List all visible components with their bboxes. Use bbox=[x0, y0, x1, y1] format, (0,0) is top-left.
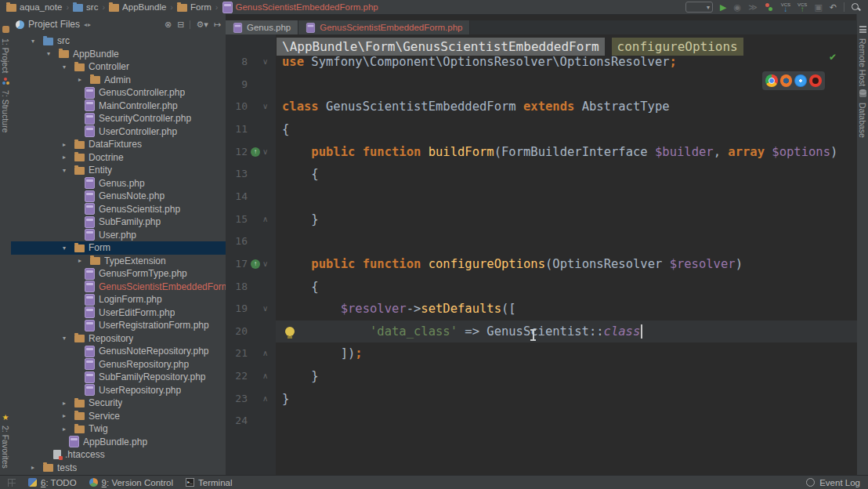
tree-item-appbundle[interactable]: ▾AppBundle bbox=[11, 48, 226, 61]
tree-item-service[interactable]: ▸Service bbox=[11, 410, 226, 423]
search-icon[interactable] bbox=[852, 3, 860, 12]
vcs-dialog-icon[interactable]: ▣ bbox=[814, 2, 822, 13]
chevron-right-icon[interactable]: ▸ bbox=[63, 154, 74, 161]
tree-item-genusscientist.php[interactable]: GenusScientist.php bbox=[11, 203, 226, 216]
chevron-right-icon[interactable]: ▸ bbox=[63, 412, 74, 419]
code-line-23[interactable]: } bbox=[276, 388, 857, 411]
chevron-down-icon[interactable]: ▾ bbox=[63, 244, 74, 252]
tree-item-tests[interactable]: ▸tests bbox=[11, 462, 226, 475]
code-line-17[interactable]: public function configureOptions(Options… bbox=[276, 253, 857, 276]
scroll-from-source-icon[interactable]: ⊗ bbox=[165, 20, 172, 30]
code-line-11[interactable]: { bbox=[276, 118, 857, 141]
code-line-16[interactable] bbox=[276, 230, 857, 253]
tree-item-doctrine[interactable]: ▸Doctrine bbox=[11, 151, 226, 165]
chevron-right-icon[interactable]: ▸ bbox=[78, 76, 90, 83]
chevron-down-icon[interactable]: ▾ bbox=[31, 38, 43, 45]
chevron-down-icon[interactable]: ▾ bbox=[47, 50, 59, 57]
code-line-18[interactable]: { bbox=[276, 276, 857, 299]
fold-open-icon[interactable]: ∨ bbox=[262, 253, 268, 276]
tree-item-form[interactable]: ▾Form bbox=[11, 241, 226, 255]
tool-window-button-remote-host[interactable]: Remote Host bbox=[857, 22, 868, 86]
tree-item-controller[interactable]: ▾Controller bbox=[11, 60, 226, 74]
intention-bulb-icon[interactable] bbox=[285, 327, 295, 336]
tree-item-genusscientistembeddedform.php[interactable]: GenusScientistEmbeddedForm.php bbox=[11, 281, 226, 294]
code-line-21[interactable]: ]); bbox=[276, 342, 857, 365]
tree-item-genusformtype.php[interactable]: GenusFormType.php bbox=[11, 267, 226, 281]
firefox-icon[interactable] bbox=[780, 74, 793, 87]
tree-item-genusrepository.php[interactable]: GenusRepository.php bbox=[11, 358, 226, 371]
tree-item-security[interactable]: ▸Security bbox=[11, 397, 226, 410]
tool-window-button-1-project[interactable]: 1: Project bbox=[0, 22, 11, 73]
tree-item-entity[interactable]: ▾Entity bbox=[11, 164, 226, 177]
editor-tab-genusscientistembeddedform.php[interactable]: GenusScientistEmbeddedForm.php bbox=[298, 20, 470, 34]
tree-item-genus.php[interactable]: Genus.php bbox=[11, 177, 226, 190]
code-line-10[interactable]: class GenusScientistEmbeddedForm extends… bbox=[276, 96, 857, 118]
tool-window-button-2-favorites[interactable]: ★2: Favorites bbox=[0, 409, 11, 469]
undo-icon[interactable]: ↶ bbox=[830, 2, 837, 13]
tree-item-maincontroller.php[interactable]: MainController.php bbox=[11, 100, 226, 113]
code-line-19[interactable]: $resolver->setDefaults([ bbox=[276, 298, 857, 321]
status-bar-button-terminal[interactable]: ▸_Terminal bbox=[186, 478, 232, 487]
chevron-down-icon[interactable]: ▾ bbox=[63, 167, 74, 174]
tree-item-genusnoterepository.php[interactable]: GenusNoteRepository.php bbox=[11, 345, 226, 358]
chevron-right-icon[interactable]: ▸ bbox=[78, 257, 90, 264]
event-log-button[interactable]: Event Log bbox=[806, 478, 860, 487]
coverage-icon[interactable]: ≫ bbox=[748, 2, 758, 13]
tree-item-genusnote.php[interactable]: GenusNote.php bbox=[11, 190, 226, 203]
tree-item-admin[interactable]: ▸Admin bbox=[11, 74, 226, 87]
collapse-all-icon[interactable]: ⊟ bbox=[177, 20, 184, 30]
tool-window-button-database[interactable]: Database bbox=[857, 86, 868, 138]
code-line-15[interactable]: } bbox=[276, 208, 857, 231]
hide-panel-icon[interactable]: ↦ bbox=[214, 20, 221, 30]
code-line-24[interactable] bbox=[276, 410, 857, 433]
chevron-down-icon[interactable]: ▾ bbox=[63, 335, 74, 342]
code-line-22[interactable]: } bbox=[276, 365, 857, 388]
debug-icon[interactable]: ◉ bbox=[734, 2, 742, 13]
code-line-12[interactable]: public function buildForm(FormBuilderInt… bbox=[276, 141, 857, 164]
tree-item-user.php[interactable]: User.php bbox=[11, 229, 226, 242]
chevron-right-icon[interactable]: ▸ bbox=[63, 141, 74, 148]
tree-item-datafixtures[interactable]: ▸DataFixtures bbox=[11, 138, 226, 151]
tree-item-usereditform.php[interactable]: UserEditForm.php bbox=[11, 306, 226, 320]
breadcrumb-item-src[interactable]: src bbox=[73, 2, 98, 12]
code-editor[interactable]: use Symfony\Component\OptionsResolver\Op… bbox=[276, 34, 857, 475]
fold-open-icon[interactable]: ∨ bbox=[262, 298, 268, 321]
breadcrumb-item-genusscientistembeddedform.php[interactable]: GenusScientistEmbeddedForm.php bbox=[222, 2, 378, 13]
fold-close-icon[interactable]: ∧ bbox=[262, 342, 268, 365]
fold-open-icon[interactable]: ∨ bbox=[262, 141, 268, 164]
tree-item-repository[interactable]: ▾Repository bbox=[11, 332, 226, 346]
override-method-icon[interactable]: ↑ bbox=[251, 147, 260, 157]
opera-icon[interactable] bbox=[809, 74, 822, 87]
tree-item-typeextension[interactable]: ▸TypeExtension bbox=[11, 255, 226, 268]
chrome-icon[interactable] bbox=[765, 74, 778, 87]
vcs-push-icon[interactable]: VCS↑ bbox=[797, 2, 807, 12]
gear-icon[interactable]: ⚙▾ bbox=[196, 20, 208, 30]
breadcrumb-item-aqua-note[interactable]: aqua_note bbox=[6, 2, 62, 12]
tree-item-usercontroller.php[interactable]: UserController.php bbox=[11, 125, 226, 139]
breadcrumb-item-form[interactable]: Form bbox=[177, 2, 212, 12]
override-method-icon[interactable]: ↑ bbox=[251, 259, 260, 269]
chevron-right-icon[interactable]: ▸ bbox=[31, 464, 43, 471]
editor-tab-genus.php[interactable]: Genus.php bbox=[226, 20, 298, 34]
fold-close-icon[interactable]: ∧ bbox=[262, 208, 268, 231]
status-bar-button-6-todo[interactable]: 6: TODO bbox=[28, 478, 77, 487]
chevron-right-icon[interactable]: ▸ bbox=[63, 426, 74, 433]
inspection-ok-icon[interactable]: ✔ bbox=[829, 52, 837, 63]
code-line-13[interactable]: { bbox=[276, 163, 857, 186]
tree-item-userrepository.php[interactable]: UserRepository.php bbox=[11, 384, 226, 397]
tool-window-switcher-icon[interactable] bbox=[8, 479, 16, 487]
run-configurations-dropdown[interactable]: ▾ bbox=[685, 2, 713, 13]
tree-item-genuscontroller.php[interactable]: GenusController.php bbox=[11, 86, 226, 100]
chevron-right-icon[interactable]: ▸ bbox=[63, 400, 74, 407]
tree-item-subfamily.php[interactable]: SubFamily.php bbox=[11, 216, 226, 229]
status-bar-button-9-version-control[interactable]: 9: Version Control bbox=[89, 478, 173, 487]
tree-item-securitycontroller.php[interactable]: SecurityController.php bbox=[11, 112, 226, 125]
fold-close-icon[interactable]: ∧ bbox=[262, 388, 268, 411]
code-line-14[interactable] bbox=[276, 186, 857, 208]
code-line-20[interactable]: 'data_class' => GenusScientist::class bbox=[276, 321, 857, 343]
fold-open-icon[interactable]: ∨ bbox=[262, 96, 268, 118]
vcs-update-icon[interactable]: VCS↓ bbox=[781, 2, 790, 12]
tree-item-appbundle.php[interactable]: AppBundle.php bbox=[11, 436, 226, 449]
tree-item-src[interactable]: ▾src bbox=[11, 34, 226, 48]
tree-item-.htaccess[interactable]: .htaccess bbox=[11, 448, 226, 462]
